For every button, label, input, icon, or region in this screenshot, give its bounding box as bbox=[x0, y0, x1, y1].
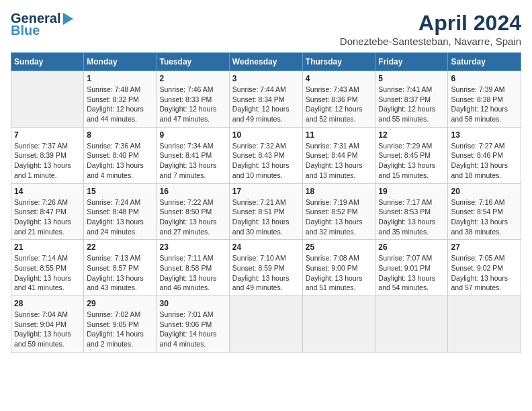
calendar-cell: 21Sunrise: 7:14 AMSunset: 8:55 PMDayligh… bbox=[11, 240, 84, 296]
header-friday: Friday bbox=[375, 53, 448, 71]
calendar-cell: 22Sunrise: 7:13 AMSunset: 8:57 PMDayligh… bbox=[84, 240, 157, 296]
day-info: Sunrise: 7:24 AMSunset: 8:48 PMDaylight:… bbox=[87, 197, 153, 237]
day-info: Sunrise: 7:22 AMSunset: 8:50 PMDaylight:… bbox=[160, 197, 226, 237]
page-subtitle: Doneztebe-Santesteban, Navarre, Spain bbox=[340, 36, 521, 47]
calendar-cell: 29Sunrise: 7:02 AMSunset: 9:05 PMDayligh… bbox=[84, 296, 157, 353]
calendar-cell: 23Sunrise: 7:11 AMSunset: 8:58 PMDayligh… bbox=[157, 240, 229, 296]
day-number: 25 bbox=[306, 242, 373, 252]
day-number: 13 bbox=[451, 130, 518, 140]
calendar-cell: 12Sunrise: 7:29 AMSunset: 8:45 PMDayligh… bbox=[375, 127, 448, 183]
day-info: Sunrise: 7:16 AMSunset: 8:54 PMDaylight:… bbox=[451, 197, 518, 237]
day-number: 30 bbox=[160, 299, 226, 308]
calendar-cell bbox=[448, 296, 521, 353]
day-number: 11 bbox=[306, 130, 373, 140]
calendar-cell: 11Sunrise: 7:31 AMSunset: 8:44 PMDayligh… bbox=[302, 127, 375, 183]
day-info: Sunrise: 7:29 AMSunset: 8:45 PMDaylight:… bbox=[378, 141, 445, 181]
day-info: Sunrise: 7:26 AMSunset: 8:47 PMDaylight:… bbox=[14, 197, 81, 237]
day-info: Sunrise: 7:05 AMSunset: 9:02 PMDaylight:… bbox=[451, 253, 518, 293]
day-number: 14 bbox=[14, 187, 81, 196]
header-saturday: Saturday bbox=[448, 53, 521, 71]
logo-arrow-icon bbox=[63, 13, 73, 25]
day-number: 19 bbox=[378, 187, 445, 196]
calendar-cell: 10Sunrise: 7:32 AMSunset: 8:43 PMDayligh… bbox=[229, 127, 302, 183]
header-tuesday: Tuesday bbox=[157, 53, 229, 71]
day-number: 9 bbox=[160, 130, 226, 140]
logo-blue: Blue bbox=[11, 23, 40, 38]
calendar-cell: 7Sunrise: 7:37 AMSunset: 8:39 PMDaylight… bbox=[11, 127, 84, 183]
day-number: 7 bbox=[14, 130, 81, 140]
calendar-cell: 17Sunrise: 7:21 AMSunset: 8:51 PMDayligh… bbox=[229, 183, 302, 240]
day-number: 29 bbox=[87, 299, 153, 308]
day-info: Sunrise: 7:21 AMSunset: 8:51 PMDaylight:… bbox=[232, 197, 300, 237]
day-number: 26 bbox=[378, 242, 445, 252]
calendar-week-row: 14Sunrise: 7:26 AMSunset: 8:47 PMDayligh… bbox=[11, 183, 521, 240]
day-info: Sunrise: 7:46 AMSunset: 8:33 PMDaylight:… bbox=[160, 85, 226, 124]
day-info: Sunrise: 7:01 AMSunset: 9:06 PMDaylight:… bbox=[160, 310, 226, 349]
calendar-cell bbox=[11, 71, 84, 128]
day-number: 8 bbox=[87, 130, 153, 140]
day-number: 12 bbox=[378, 130, 445, 140]
calendar-cell: 18Sunrise: 7:19 AMSunset: 8:52 PMDayligh… bbox=[302, 183, 375, 240]
day-number: 23 bbox=[160, 242, 226, 252]
calendar-cell: 2Sunrise: 7:46 AMSunset: 8:33 PMDaylight… bbox=[157, 71, 229, 128]
day-info: Sunrise: 7:08 AMSunset: 9:00 PMDaylight:… bbox=[306, 253, 373, 293]
day-info: Sunrise: 7:32 AMSunset: 8:43 PMDaylight:… bbox=[232, 141, 300, 181]
calendar-table: SundayMondayTuesdayWednesdayThursdayFrid… bbox=[11, 52, 521, 353]
day-number: 27 bbox=[451, 242, 518, 252]
day-number: 2 bbox=[160, 74, 226, 83]
day-number: 22 bbox=[87, 242, 153, 252]
day-info: Sunrise: 7:13 AMSunset: 8:57 PMDaylight:… bbox=[87, 253, 153, 293]
day-info: Sunrise: 7:07 AMSunset: 9:01 PMDaylight:… bbox=[378, 253, 445, 293]
day-info: Sunrise: 7:48 AMSunset: 8:32 PMDaylight:… bbox=[87, 85, 153, 124]
calendar-cell: 15Sunrise: 7:24 AMSunset: 8:48 PMDayligh… bbox=[84, 183, 157, 240]
calendar-cell: 27Sunrise: 7:05 AMSunset: 9:02 PMDayligh… bbox=[448, 240, 521, 296]
day-number: 1 bbox=[87, 74, 153, 83]
day-number: 15 bbox=[87, 187, 153, 196]
page-title: April 2024 bbox=[340, 11, 521, 36]
calendar-cell: 24Sunrise: 7:10 AMSunset: 8:59 PMDayligh… bbox=[229, 240, 302, 296]
calendar-cell: 3Sunrise: 7:44 AMSunset: 8:34 PMDaylight… bbox=[229, 71, 302, 128]
calendar-header-row: SundayMondayTuesdayWednesdayThursdayFrid… bbox=[11, 53, 521, 71]
day-number: 18 bbox=[306, 187, 373, 196]
calendar-cell: 8Sunrise: 7:36 AMSunset: 8:40 PMDaylight… bbox=[84, 127, 157, 183]
title-block: April 2024 Doneztebe-Santesteban, Navarr… bbox=[340, 11, 521, 47]
day-info: Sunrise: 7:14 AMSunset: 8:55 PMDaylight:… bbox=[14, 253, 81, 293]
day-number: 17 bbox=[232, 187, 300, 196]
day-info: Sunrise: 7:37 AMSunset: 8:39 PMDaylight:… bbox=[14, 141, 81, 181]
calendar-week-row: 1Sunrise: 7:48 AMSunset: 8:32 PMDaylight… bbox=[11, 71, 521, 128]
calendar-cell: 20Sunrise: 7:16 AMSunset: 8:54 PMDayligh… bbox=[448, 183, 521, 240]
calendar-cell bbox=[229, 296, 302, 353]
calendar-cell: 5Sunrise: 7:41 AMSunset: 8:37 PMDaylight… bbox=[375, 71, 448, 128]
header-thursday: Thursday bbox=[302, 53, 375, 71]
calendar-cell: 28Sunrise: 7:04 AMSunset: 9:04 PMDayligh… bbox=[11, 296, 84, 353]
day-number: 6 bbox=[451, 74, 518, 83]
day-number: 5 bbox=[378, 74, 445, 83]
header-monday: Monday bbox=[84, 53, 157, 71]
calendar-cell: 9Sunrise: 7:34 AMSunset: 8:41 PMDaylight… bbox=[157, 127, 229, 183]
day-info: Sunrise: 7:34 AMSunset: 8:41 PMDaylight:… bbox=[160, 141, 226, 181]
day-number: 16 bbox=[160, 187, 226, 196]
day-info: Sunrise: 7:04 AMSunset: 9:04 PMDaylight:… bbox=[14, 310, 81, 349]
day-number: 10 bbox=[232, 130, 300, 140]
day-info: Sunrise: 7:19 AMSunset: 8:52 PMDaylight:… bbox=[306, 197, 373, 237]
day-info: Sunrise: 7:17 AMSunset: 8:53 PMDaylight:… bbox=[378, 197, 445, 237]
day-info: Sunrise: 7:41 AMSunset: 8:37 PMDaylight:… bbox=[378, 85, 445, 124]
calendar-cell: 13Sunrise: 7:27 AMSunset: 8:46 PMDayligh… bbox=[448, 127, 521, 183]
day-number: 20 bbox=[451, 187, 518, 196]
calendar-cell bbox=[375, 296, 448, 353]
calendar-week-row: 28Sunrise: 7:04 AMSunset: 9:04 PMDayligh… bbox=[11, 296, 521, 353]
day-number: 24 bbox=[232, 242, 300, 252]
calendar-cell: 16Sunrise: 7:22 AMSunset: 8:50 PMDayligh… bbox=[157, 183, 229, 240]
calendar-cell: 30Sunrise: 7:01 AMSunset: 9:06 PMDayligh… bbox=[157, 296, 229, 353]
calendar-cell bbox=[302, 296, 375, 353]
day-info: Sunrise: 7:27 AMSunset: 8:46 PMDaylight:… bbox=[451, 141, 518, 181]
day-info: Sunrise: 7:39 AMSunset: 8:38 PMDaylight:… bbox=[451, 85, 518, 124]
calendar-week-row: 21Sunrise: 7:14 AMSunset: 8:55 PMDayligh… bbox=[11, 240, 521, 296]
calendar-cell: 14Sunrise: 7:26 AMSunset: 8:47 PMDayligh… bbox=[11, 183, 84, 240]
calendar-cell: 1Sunrise: 7:48 AMSunset: 8:32 PMDaylight… bbox=[84, 71, 157, 128]
calendar-cell: 19Sunrise: 7:17 AMSunset: 8:53 PMDayligh… bbox=[375, 183, 448, 240]
day-info: Sunrise: 7:02 AMSunset: 9:05 PMDaylight:… bbox=[87, 310, 153, 349]
calendar-cell: 6Sunrise: 7:39 AMSunset: 8:38 PMDaylight… bbox=[448, 71, 521, 128]
logo: General Blue bbox=[11, 11, 73, 38]
calendar-cell: 26Sunrise: 7:07 AMSunset: 9:01 PMDayligh… bbox=[375, 240, 448, 296]
